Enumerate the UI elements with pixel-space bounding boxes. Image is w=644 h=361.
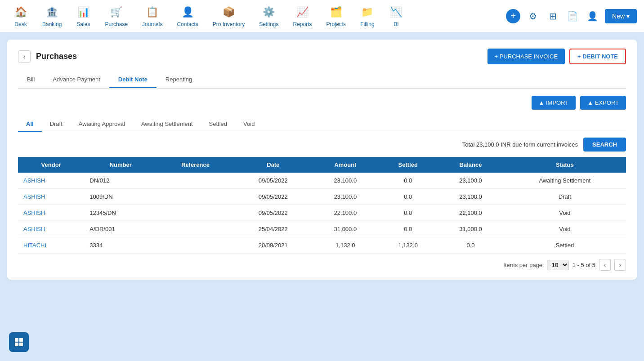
nav-label-desk: Desk [14,21,27,27]
balance-cell-1: 23,100.0 [438,189,503,205]
nav-item-purchase[interactable]: 🛒 Purchase [98,1,134,31]
reports-icon: 📈 [295,5,310,19]
number-cell-0: DN/012 [84,173,157,189]
nav-item-banking[interactable]: 🏦 Banking [36,1,68,31]
pro-inventory-icon: 📦 [221,5,236,19]
nav-item-desk[interactable]: 🏠 Desk [7,1,34,31]
status-cell-3: Void [504,221,626,237]
nav-item-reports[interactable]: 📈 Reports [287,1,318,31]
bi-icon: 📉 [389,5,403,19]
bottom-grid-icon[interactable] [9,332,29,352]
nav-item-contacts[interactable]: 👤 Contacts [170,1,204,31]
export-button[interactable]: ▲ EXPORT [580,96,626,110]
balance-cell-0: 23,100.0 [438,173,503,189]
table-row: ASHISH 1009/DN 09/05/2022 23,100.0 0.0 2… [18,189,626,205]
pagination-row: Items per page: 10 25 50 1 - 5 of 5 ‹ › [18,259,626,271]
banking-icon: 🏦 [45,5,59,19]
tab-repeating[interactable]: Repeating [157,71,201,88]
nav-label-bi: BI [394,21,398,27]
import-button[interactable]: ▲ IMPORT [532,96,576,110]
add-button[interactable]: + [506,9,520,23]
reference-cell-4 [157,237,234,254]
table-row: ASHISH A/DR/001 25/04/2022 31,000.0 0.0 … [18,221,626,237]
invoices-table: Vendor Number Reference Date Amount Sett… [18,157,626,254]
table-header: Vendor Number Reference Date Amount Sett… [18,157,626,173]
nav-label-projects: Projects [326,21,346,27]
filter-draft[interactable]: Draft [42,117,71,132]
svg-rect-0 [15,338,18,342]
date-cell-4: 20/09/2021 [234,237,313,254]
total-text: Total 23,100.0 INR due form current invo… [462,141,578,148]
debit-note-button[interactable]: + DEBIT NOTE [569,49,626,64]
settled-cell-4: 1,132.0 [378,237,438,254]
user-circle-icon[interactable]: 👤 [585,9,599,23]
table-row: ASHISH 12345/DN 09/05/2022 22,100.0 0.0 … [18,205,626,221]
number-cell-1: 1009/DN [84,189,157,205]
amount-cell-1: 23,100.0 [313,189,378,205]
card-header-left: ‹ Purchases [18,50,77,63]
tab-advance-payment[interactable]: Advance Payment [44,71,109,88]
next-page-button[interactable]: › [614,259,626,271]
nav-right: + ⚙ ⊞ 📄 👤 New ▾ [506,9,637,23]
document-icon[interactable]: 📄 [565,9,580,23]
search-button[interactable]: SEARCH [583,138,626,152]
gear-icon[interactable]: ⚙ [526,9,540,23]
table-body: ASHISH DN/012 09/05/2022 23,100.0 0.0 23… [18,173,626,254]
status-cell-0: Awaiting Settlement [504,173,626,189]
status-cell-1: Draft [504,189,626,205]
settled-cell-3: 0.0 [378,221,438,237]
journals-icon: 📋 [145,5,160,19]
filter-void[interactable]: Void [235,117,263,132]
nav-label-sales: Sales [76,21,90,27]
action-row: ▲ IMPORT ▲ EXPORT [18,96,626,110]
date-cell-3: 25/04/2022 [234,221,313,237]
balance-cell-4: 0.0 [438,237,503,254]
purchase-invoice-button[interactable]: + PURCHASE INVOICE [487,49,565,64]
table-row: HITACHI 3334 20/09/2021 1,132.0 1,132.0 … [18,237,626,254]
col-status: Status [504,157,626,173]
vendor-cell-3[interactable]: ASHISH [18,221,84,237]
prev-page-button[interactable]: ‹ [599,259,611,271]
number-cell-4: 3334 [84,237,157,254]
back-button[interactable]: ‹ [18,50,31,63]
nav-item-bi[interactable]: 📉 BI [383,1,410,31]
purchases-card: ‹ Purchases + PURCHASE INVOICE + DEBIT N… [7,40,637,280]
nav-label-reports: Reports [293,21,312,27]
per-page-select[interactable]: 10 25 50 [547,260,569,270]
filter-awaiting-approval[interactable]: Awaiting Approval [71,117,133,132]
balance-cell-2: 22,100.0 [438,205,503,221]
balance-cell-3: 31,000.0 [438,221,503,237]
filling-icon: 📁 [360,5,375,19]
tab-debit-note[interactable]: Debit Note [109,71,157,88]
top-navigation: 🏠 Desk 🏦 Banking 📊 Sales 🛒 Purchase 📋 Jo… [0,0,644,32]
tab-bill[interactable]: Bill [18,71,44,88]
grid-icon[interactable]: ⊞ [546,9,560,23]
purchase-icon: 🛒 [109,5,124,19]
nav-item-settings[interactable]: ⚙️ Settings [253,1,285,31]
reference-cell-1 [157,189,234,205]
filter-all[interactable]: All [18,117,42,132]
date-cell-1: 09/05/2022 [234,189,313,205]
vendor-cell-1[interactable]: ASHISH [18,189,84,205]
nav-label-banking: Banking [42,21,62,27]
status-cell-4: Settled [504,237,626,254]
svg-rect-3 [19,343,23,346]
vendor-cell-0[interactable]: ASHISH [18,173,84,189]
date-cell-2: 09/05/2022 [234,205,313,221]
filter-settled[interactable]: Settled [201,117,235,132]
table-row: ASHISH DN/012 09/05/2022 23,100.0 0.0 23… [18,173,626,189]
vendor-cell-2[interactable]: ASHISH [18,205,84,221]
col-date: Date [234,157,313,173]
nav-item-filling[interactable]: 📁 Filling [354,1,381,31]
vendor-cell-4[interactable]: HITACHI [18,237,84,254]
filter-awaiting-settlement[interactable]: Awaiting Settlement [133,117,201,132]
nav-item-journals[interactable]: 📋 Journals [136,1,169,31]
new-button[interactable]: New ▾ [605,9,637,23]
nav-label-filling: Filling [360,21,374,27]
nav-item-sales[interactable]: 📊 Sales [70,1,97,31]
items-per-page-label: Items per page: [503,262,544,268]
nav-item-projects[interactable]: 🗂️ Projects [320,1,352,31]
amount-cell-0: 23,100.0 [313,173,378,189]
contacts-icon: 👤 [180,5,195,19]
nav-item-pro-inventory[interactable]: 📦 Pro Inventory [206,1,251,31]
